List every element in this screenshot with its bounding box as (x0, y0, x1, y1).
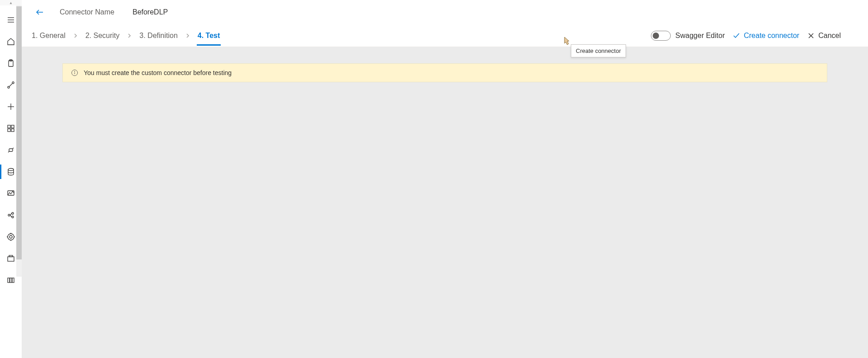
svg-line-19 (10, 213, 12, 215)
create-connector-label: Create connector (744, 32, 799, 40)
tooltip-text: Create connector (576, 47, 621, 54)
svg-point-33 (75, 71, 75, 72)
content-area: You must create the custom connector bef… (22, 47, 868, 358)
sidebar-scrollbar[interactable] (16, 5, 22, 277)
svg-point-14 (8, 169, 14, 171)
svg-point-18 (12, 216, 14, 218)
svg-rect-24 (9, 255, 13, 257)
back-arrow-icon[interactable] (31, 3, 49, 21)
step-test[interactable]: 4. Test (197, 26, 221, 45)
step-general[interactable]: 1. General (31, 26, 66, 45)
sidebar-scroll-up[interactable]: ▲ (0, 0, 22, 5)
breadcrumb-row: 1. General 2. Security 3. Definition 4. … (22, 24, 868, 47)
svg-point-6 (12, 82, 14, 84)
info-icon (71, 69, 78, 76)
step-security[interactable]: 2. Security (85, 26, 121, 45)
svg-point-16 (8, 214, 10, 216)
wizard-steps: 1. General 2. Security 3. Definition 4. … (31, 26, 221, 45)
swagger-editor-label: Swagger Editor (675, 32, 725, 40)
svg-rect-26 (10, 278, 12, 283)
cancel-button[interactable]: Cancel (807, 32, 841, 40)
cancel-label: Cancel (818, 32, 841, 40)
info-banner: You must create the custom connector bef… (62, 63, 827, 82)
svg-rect-11 (8, 129, 10, 132)
chevron-right-icon (73, 33, 78, 38)
svg-point-17 (12, 212, 14, 214)
svg-rect-25 (8, 278, 9, 283)
swagger-editor-toggle[interactable] (651, 31, 671, 41)
svg-rect-27 (12, 278, 14, 283)
tooltip: Create connector (571, 44, 626, 57)
step-definition[interactable]: 3. Definition (138, 26, 179, 45)
svg-point-21 (8, 234, 14, 240)
info-banner-text: You must create the custom connector bef… (84, 69, 232, 76)
connector-name-value: BeforeDLP (133, 8, 168, 16)
chevron-right-icon (127, 33, 132, 38)
create-connector-button[interactable]: Create connector (733, 32, 799, 40)
sidebar: ▲ (0, 0, 22, 358)
svg-line-20 (10, 215, 12, 217)
svg-rect-23 (8, 257, 14, 261)
svg-rect-10 (11, 125, 14, 128)
svg-point-5 (8, 86, 9, 88)
chevron-right-icon (185, 33, 190, 38)
svg-rect-3 (9, 61, 13, 66)
svg-rect-9 (8, 125, 10, 128)
header: Connector Name BeforeDLP (22, 0, 868, 24)
connector-name-label: Connector Name (60, 8, 114, 16)
svg-rect-12 (11, 129, 14, 132)
svg-rect-13 (9, 149, 13, 151)
svg-point-22 (9, 236, 12, 238)
